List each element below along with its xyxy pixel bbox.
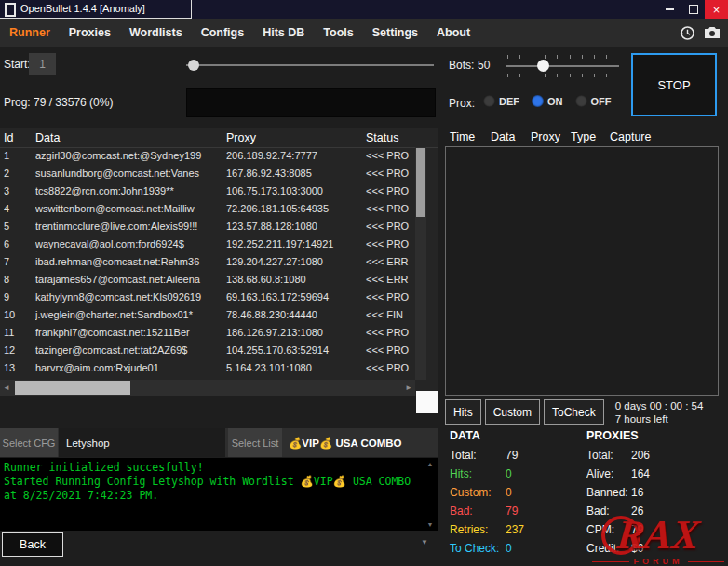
slider-thumb[interactable] [188,60,199,71]
proxy-mode-option[interactable]: OFF [575,95,612,107]
proxy-stats: PROXIES Total: 206 Alive: 164 Banned: 16 [586,429,650,558]
menu-item[interactable]: Wordlists [120,26,192,39]
table-row[interactable]: 2 susanlundborg@comcast.net:Vanes 167.86… [0,165,415,182]
stat-label: Banned: [586,483,631,502]
vertical-scrollbar[interactable] [415,147,426,380]
scroll-down-icon[interactable]: ▼ [421,538,428,546]
stat-row: Bad: 26 [586,502,650,520]
cell-data: tarajames657@comcast.net:Aileena [35,271,226,289]
cell-status: <<< FIN [366,306,415,324]
column-header-data[interactable]: Data [491,130,531,143]
column-header-time[interactable]: Time [450,130,491,143]
bots-value: 50 [478,59,490,72]
history-icon[interactable] [680,25,695,41]
cell-data: azgirl30@comcast.net:@Sydney199 [35,147,226,165]
menu-item[interactable]: Settings [363,26,427,39]
hits-tab[interactable]: Hits [445,399,481,425]
column-header-data[interactable]: Data [35,131,226,144]
menu-item[interactable]: Hits DB [253,26,314,39]
scrollbar-thumb[interactable] [416,148,425,217]
cell-status: <<< PRO [366,324,415,342]
cell-data: kathylynn8@comcast.net:Kls092619 [35,289,226,306]
cell-id: 3 [4,182,35,200]
menu-item[interactable]: Configs [192,26,254,39]
table-row[interactable]: 7 ibad.rehman@comcast.net:Rehm36 129.204… [0,253,415,271]
menu-item[interactable]: About [427,26,479,39]
stat-value: 164 [631,465,650,483]
config-name-field[interactable]: Letyshop [59,428,225,457]
maximize-button[interactable] [681,0,705,19]
table-row[interactable]: 11 frankphl7@comcast.net:15211Ber 186.12… [0,324,415,342]
stat-value: 16 [631,483,643,502]
camera-icon[interactable] [704,26,721,39]
select-list-button[interactable]: Select List [228,428,282,457]
menu-item[interactable]: Proxies [60,26,120,39]
scroll-right-icon[interactable]: ► [402,384,415,392]
stat-label: Hits: [450,465,506,483]
proxy-mode-option[interactable]: DEF [483,95,519,107]
table-row[interactable]: 9 kathylynn8@comcast.net:Kls092619 69.16… [0,289,415,306]
close-icon: × [713,4,721,16]
slider-ticks [507,74,617,77]
elapsed-time: 0 days 00 : 00 : 54 [615,399,704,412]
column-header-capture[interactable]: Capture [610,130,719,143]
table-row[interactable]: 3 tcs8822@rcn.com:John1939** 106.75.173.… [0,182,415,200]
table-row[interactable]: 12 tazinger@comcast.net:tat2AZ69$ 104.25… [0,342,415,359]
maximize-icon [689,5,698,14]
log-scrollbar[interactable]: ▲ ▼ [425,461,436,528]
cell-proxy: 69.163.163.172:59694 [226,289,366,306]
menu-item[interactable]: Tools [314,26,362,39]
column-header-status[interactable]: Status [366,131,438,144]
table-row[interactable]: 8 tarajames657@comcast.net:Aileena 138.6… [0,271,415,289]
table-row[interactable]: 1 azgirl30@comcast.net:@Sydney199 206.18… [0,147,415,165]
table-row[interactable]: 6 waynecaval@aol.com:ford6924$ 192.252.2… [0,236,415,253]
table-row[interactable]: 4 wswittenborn@comcast.net:Mailliw 72.20… [0,200,415,218]
radio-label: ON [547,96,563,107]
column-header-id[interactable]: Id [4,131,35,144]
cell-data: ibad.rehman@comcast.net:Rehm36 [35,253,226,271]
stat-label: Credit: [586,539,631,558]
stat-label: Bad: [586,502,631,520]
scrollbar-track[interactable] [13,380,402,396]
scrollbar-thumb[interactable] [15,381,130,395]
cell-status: <<< PRO [366,218,415,236]
menu-icon-group [680,25,728,41]
hits-tab[interactable]: ToCheck [544,399,604,425]
stop-button[interactable]: STOP [631,53,717,116]
cell-id: 8 [4,271,35,289]
back-button[interactable]: Back [2,532,63,557]
start-input[interactable] [29,53,56,75]
table-row[interactable]: 13 harvrx@aim.com:Rxjude01 5.164.23.101:… [0,359,415,377]
hits-tab[interactable]: Custom [485,399,540,425]
scroll-down-icon[interactable]: ▼ [427,521,434,528]
table-row[interactable]: 5 trentinmcclure@live.com:Alexis99!!! 12… [0,218,415,236]
proxy-mode-option[interactable]: ON [532,95,563,107]
start-label: Start: [4,58,31,71]
hits-list-empty[interactable] [445,146,719,396]
window-controls: × [658,0,728,19]
scroll-up-icon[interactable]: ▲ [427,461,434,467]
column-header-type[interactable]: Type [571,130,610,143]
table-row[interactable]: 10 j.weglein@charter.net:Sandbox01* 78.4… [0,306,415,324]
cell-id: 2 [4,165,35,182]
cell-status: <<< PRO [366,182,415,200]
cell-status: <<< ERR [366,271,415,289]
close-button[interactable]: × [705,0,728,19]
cell-id: 7 [4,253,35,271]
bots-slider[interactable] [506,55,619,77]
column-header-proxy[interactable]: Proxy [226,131,366,144]
minimize-button[interactable] [658,0,681,19]
select-config-button[interactable]: Select CFG [0,428,58,457]
column-header-proxy[interactable]: Proxy [531,130,571,143]
stat-row: To Check: 0 [450,539,524,558]
stat-value: 0 [506,539,512,558]
stat-label: Alive: [586,465,631,483]
hits-tab-bar: Hits Custom ToCheck 0 days 00 : 00 : 54 … [445,399,724,425]
stat-value: 0 [506,483,512,502]
start-slider[interactable] [186,59,434,72]
scroll-left-icon[interactable]: ◄ [0,384,13,392]
slider-thumb[interactable] [537,60,549,72]
cell-status: <<< PRO [366,147,415,165]
menu-item[interactable]: Runner [0,26,60,39]
horizontal-scrollbar[interactable]: ◄ ► [0,380,415,396]
